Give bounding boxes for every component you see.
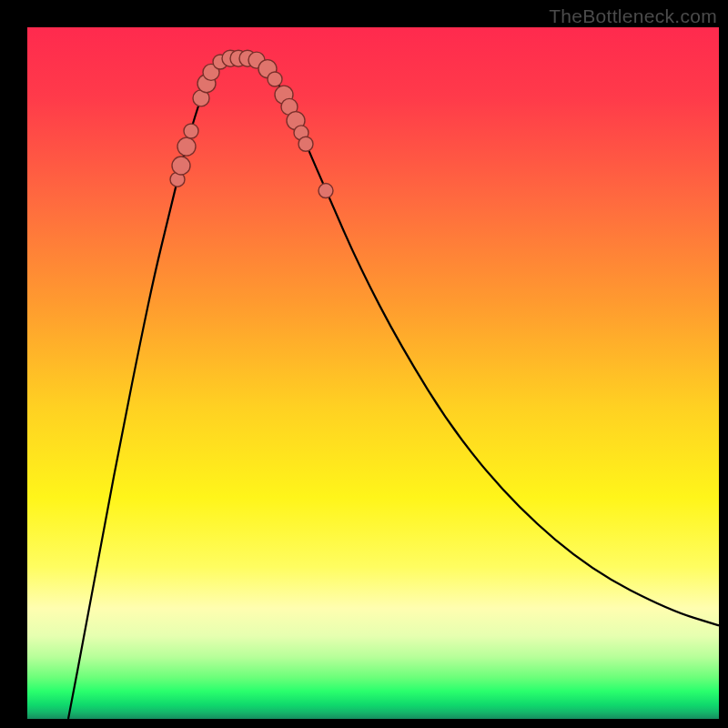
watermark-label: TheBottleneck.com xyxy=(549,5,717,27)
chart-plot-area xyxy=(27,27,719,719)
